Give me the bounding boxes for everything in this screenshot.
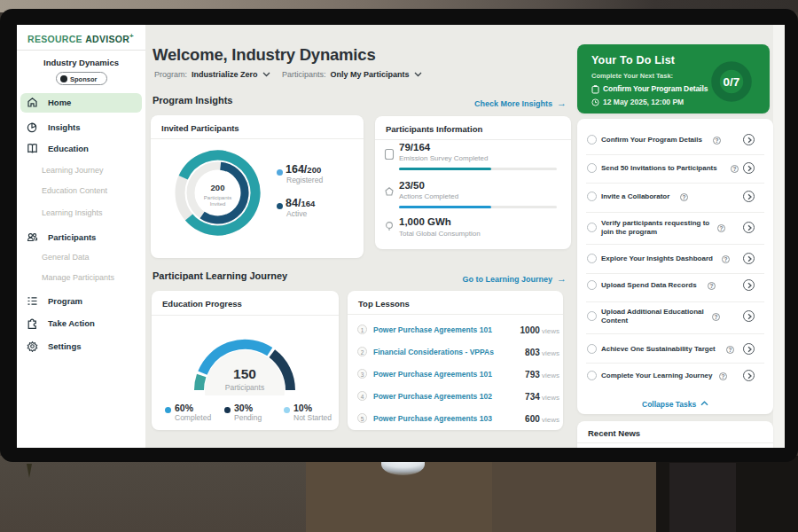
svg-text:150: 150: [233, 366, 256, 381]
svg-text:0/7: 0/7: [724, 75, 740, 89]
svg-text:Participants: Participants: [225, 383, 264, 392]
svg-text:Invited: Invited: [210, 201, 226, 207]
svg-text:200: 200: [211, 183, 225, 192]
svg-text:Participants: Participants: [204, 195, 231, 200]
